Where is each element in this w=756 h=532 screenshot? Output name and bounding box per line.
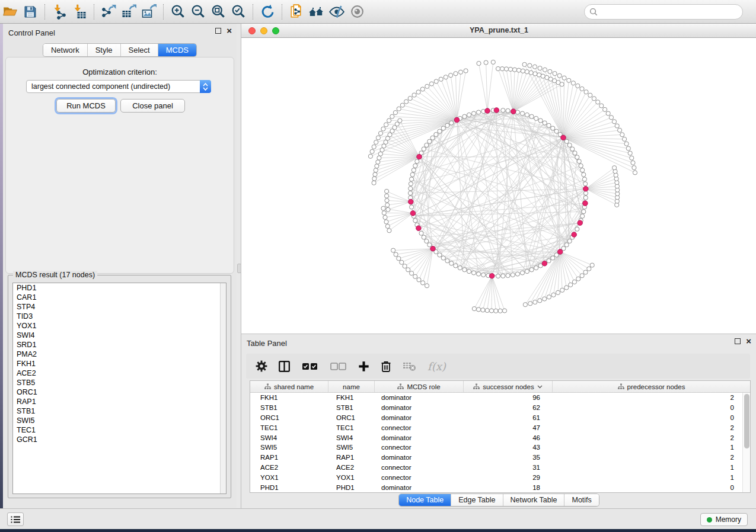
close-panel-icon[interactable]: × <box>746 338 751 344</box>
graph-node <box>370 149 374 153</box>
mcds-result-item[interactable]: PMA2 <box>13 350 226 359</box>
tab-network[interactable]: Network <box>43 44 88 56</box>
table-row[interactable]: ACE2ACE2connector311 <box>250 463 750 473</box>
zoom-fit-icon[interactable] <box>208 2 228 21</box>
table-tabbar: Node TableEdge TableNetwork TableMotifs <box>398 493 599 507</box>
float-panel-icon[interactable] <box>735 338 741 344</box>
scrollbar-thumb[interactable] <box>744 394 749 448</box>
zoom-selected-icon[interactable] <box>228 2 248 21</box>
mcds-result-item[interactable]: YOX1 <box>13 321 226 331</box>
graph-node <box>525 113 529 117</box>
column-header-name[interactable]: name <box>328 381 375 392</box>
search-input[interactable] <box>598 8 742 17</box>
list-scrollbar[interactable] <box>220 283 226 493</box>
import-network-icon[interactable] <box>49 2 69 21</box>
table-row[interactable]: RAP1RAP1dominator352 <box>250 453 750 463</box>
mcds-result-item[interactable]: TID3 <box>13 312 226 321</box>
zoom-out-icon[interactable] <box>188 2 208 21</box>
mcds-result-item[interactable]: FKH1 <box>13 359 226 368</box>
close-panel-button[interactable]: Close panel <box>120 99 185 113</box>
tab-style[interactable]: Style <box>88 44 121 56</box>
float-panel-icon[interactable] <box>215 28 221 34</box>
mcds-hub-node <box>410 211 416 216</box>
eye-icon[interactable] <box>347 2 367 21</box>
table-row[interactable]: SWI4SWI4dominator462 <box>250 432 750 443</box>
run-mcds-button[interactable]: Run MCDS <box>56 99 116 113</box>
add-row-icon[interactable] <box>357 360 371 373</box>
eye-slash-icon[interactable] <box>327 2 347 21</box>
mcds-result-item[interactable]: RAP1 <box>13 397 226 406</box>
table-row[interactable]: STB1STB1dominator620 <box>250 403 750 413</box>
select-all-icon[interactable] <box>300 360 320 373</box>
table-row[interactable]: SWI5SWI5connector431 <box>250 443 750 453</box>
export-image-icon[interactable] <box>139 2 159 21</box>
column-header-MCDS-role[interactable]: MCDS role <box>375 381 464 392</box>
criterion-dropdown[interactable]: largest connected component (undirected) <box>26 80 211 93</box>
mcds-result-item[interactable]: SWI5 <box>13 416 226 425</box>
mcds-result-item[interactable]: STB5 <box>13 378 226 387</box>
export-network-icon[interactable] <box>98 2 119 21</box>
table-row[interactable]: PHD1PHD1dominator180 <box>250 482 750 492</box>
network-graph[interactable] <box>241 38 756 334</box>
table-cell: TEC1 <box>328 424 375 431</box>
network-from-file-icon[interactable] <box>286 2 307 21</box>
graph-node <box>525 70 529 74</box>
graph-node <box>496 274 500 278</box>
mcds-result-item[interactable]: ORC1 <box>13 387 226 397</box>
delete-table-icon[interactable] <box>401 360 418 373</box>
refresh-icon[interactable] <box>257 2 277 21</box>
network-canvas[interactable] <box>241 38 756 334</box>
search-field[interactable] <box>584 4 743 20</box>
first-neighbors-icon[interactable] <box>307 2 327 21</box>
graph-node <box>523 303 527 307</box>
mcds-hub-node <box>583 201 588 206</box>
function-builder-icon[interactable]: f(x) <box>428 360 446 373</box>
export-table-icon[interactable] <box>119 2 139 21</box>
mcds-result-item[interactable]: ACE2 <box>13 368 226 378</box>
import-table-icon[interactable] <box>69 2 90 21</box>
zoom-in-icon[interactable] <box>168 2 188 21</box>
graph-node <box>421 281 425 285</box>
unselect-all-icon[interactable] <box>328 360 349 373</box>
tab-motifs[interactable]: Motifs <box>564 494 598 506</box>
mcds-hub-node <box>572 232 577 238</box>
mcds-result-list[interactable]: PHD1CAR1STP4TID3YOX1SWI4SRD1PMA2FKH1ACE2… <box>12 283 227 494</box>
column-header-shared-name[interactable]: shared name <box>250 381 328 392</box>
graph-node <box>494 309 498 313</box>
column-header-predecessor-nodes[interactable]: predecessor nodes <box>553 381 750 392</box>
mcds-result-item[interactable]: CAR1 <box>13 293 226 302</box>
open-folder-icon[interactable] <box>0 2 20 21</box>
graph-node <box>623 137 627 141</box>
table-scrollbar[interactable] <box>742 393 750 492</box>
memory-button[interactable]: Memory <box>700 513 748 526</box>
mcds-result-item[interactable]: PHD1 <box>13 283 226 293</box>
column-header-successor-nodes[interactable]: successor nodes <box>464 381 553 392</box>
mcds-result-item[interactable]: TEC1 <box>13 425 226 435</box>
table-cell: 43 <box>464 444 553 451</box>
delete-row-icon[interactable] <box>379 359 393 373</box>
table-row[interactable]: ORC1ORC1dominator610 <box>250 413 750 423</box>
mcds-result-item[interactable]: SWI4 <box>13 331 226 340</box>
table-row[interactable]: YOX1YOX1connector291 <box>250 472 750 482</box>
table-row[interactable]: TEC1TEC1connector472 <box>250 422 750 432</box>
tab-select[interactable]: Select <box>121 44 158 56</box>
mcds-result-item[interactable]: STB1 <box>13 406 226 416</box>
show-columns-icon[interactable] <box>277 359 292 374</box>
graph-node <box>385 194 389 198</box>
task-history-button[interactable] <box>7 512 24 526</box>
close-panel-icon[interactable]: × <box>227 28 232 34</box>
mcds-result-item[interactable]: STP4 <box>13 302 226 312</box>
tab-node-table[interactable]: Node Table <box>399 494 451 506</box>
graph-node <box>511 273 515 277</box>
graph-node <box>397 257 401 261</box>
save-icon[interactable] <box>20 2 40 21</box>
tab-edge-table[interactable]: Edge Table <box>451 494 503 506</box>
control-panel-titlebar: Control Panel × <box>3 24 237 39</box>
mcds-result-item[interactable]: SRD1 <box>13 340 226 350</box>
mcds-result-item[interactable]: GCR1 <box>13 435 226 444</box>
table-row[interactable]: FKH1FKH1dominator962 <box>250 393 750 403</box>
network-view-window: YPA_prune.txt_1 <box>241 24 756 334</box>
tab-network-table[interactable]: Network Table <box>503 494 565 506</box>
settings-gear-icon[interactable] <box>254 359 269 373</box>
tab-mcds[interactable]: MCDS <box>158 44 196 56</box>
